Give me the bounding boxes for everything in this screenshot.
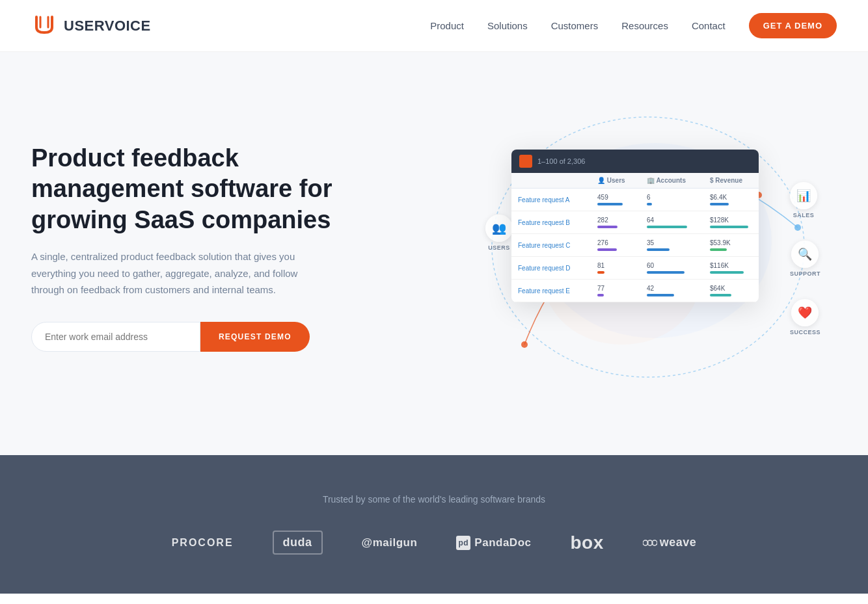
accounts-cell: 60 xyxy=(640,257,703,280)
users-label: USERS xyxy=(488,244,510,251)
users-icon-group: 👥 USERS xyxy=(485,215,513,251)
logo-text: USERVOICE xyxy=(64,18,151,34)
success-label: SUCCESS xyxy=(790,329,821,335)
nav-resources[interactable]: Resources xyxy=(621,20,668,31)
trusted-title: Trusted by some of the world's leading s… xyxy=(31,494,837,505)
feature-label: Feature request E xyxy=(511,280,591,302)
dash-count: 1–100 of 2,306 xyxy=(537,157,585,165)
table-row: Feature request C 276 35 $53.9K xyxy=(511,234,759,257)
revenue-cell: $6.4K xyxy=(703,189,759,211)
success-icon: ❤️ xyxy=(791,299,819,326)
users-cell: 81 xyxy=(591,257,640,280)
hero-subtitle: A single, centralized product feedback s… xyxy=(31,248,331,298)
sales-icon: 📊 xyxy=(790,182,817,209)
revenue-cell: $64K xyxy=(703,280,759,302)
dash-logo xyxy=(519,155,532,168)
table-row: Feature request B 282 64 $128K xyxy=(511,211,759,234)
success-icon-group: ❤️ SUCCESS xyxy=(790,299,821,335)
col-feature xyxy=(511,173,591,189)
weave-logo: weave xyxy=(643,536,697,549)
email-input[interactable] xyxy=(31,322,200,352)
nav-customers[interactable]: Customers xyxy=(551,20,599,31)
feature-label: Feature request A xyxy=(511,189,591,211)
sales-icon-group: 📊 SALES xyxy=(790,182,817,218)
accounts-cell: 64 xyxy=(640,211,703,234)
accounts-cell: 35 xyxy=(640,234,703,257)
col-revenue: $ Revenue xyxy=(703,173,759,189)
dash-header: 1–100 of 2,306 xyxy=(511,150,759,173)
users-cell: 459 xyxy=(591,189,640,211)
table-row: Feature request D 81 60 $116K xyxy=(511,257,759,280)
trusted-section: Trusted by some of the world's leading s… xyxy=(0,455,868,594)
mailgun-logo: @mailgun xyxy=(362,536,418,549)
sales-label: SALES xyxy=(793,212,815,218)
get-demo-button[interactable]: GET A DEMO xyxy=(749,13,837,38)
revenue-cell: $116K xyxy=(703,257,759,280)
users-cell: 282 xyxy=(591,211,640,234)
hero-illustration: 👥 USERS 📊 SALES 🔍 SUPPORT ❤️ SUCCESS 1–1… xyxy=(459,98,837,397)
pandadoc-icon: pd xyxy=(456,536,470,550)
svg-point-5 xyxy=(794,224,801,231)
navbar: USERVOICE Product Solutions Customers Re… xyxy=(0,0,868,52)
users-cell: 276 xyxy=(591,234,640,257)
feature-label: Feature request B xyxy=(511,211,591,234)
nav-links: Product Solutions Customers Resources Co… xyxy=(430,13,837,38)
users-cell: 77 xyxy=(591,280,640,302)
feature-label: Feature request C xyxy=(511,234,591,257)
duda-logo: duda xyxy=(273,531,323,555)
dashboard-card: 1–100 of 2,306 👤 Users 🏢 Accounts $ Reve… xyxy=(511,150,759,302)
accounts-cell: 42 xyxy=(640,280,703,302)
nav-solutions[interactable]: Solutions xyxy=(487,20,528,31)
hero-title: Product feedback management software for… xyxy=(31,143,370,236)
hero-left: Product feedback management software for… xyxy=(31,143,370,352)
pandadoc-logo: pd PandaDoc xyxy=(456,536,531,550)
nav-product[interactable]: Product xyxy=(430,20,464,31)
support-icon: 🔍 xyxy=(791,241,819,268)
feature-label: Feature request D xyxy=(511,257,591,280)
table-row: Feature request A 459 6 $6.4K xyxy=(511,189,759,211)
table-row: Feature request E 77 42 $64K xyxy=(511,280,759,302)
support-icon-group: 🔍 SUPPORT xyxy=(790,241,821,277)
users-icon: 👥 xyxy=(485,215,513,242)
dash-table: 👤 Users 🏢 Accounts $ Revenue Feature req… xyxy=(511,173,759,302)
weave-icon xyxy=(643,538,657,547)
col-users: 👤 Users xyxy=(591,173,640,189)
hero-form: REQUEST DEMO xyxy=(31,322,370,352)
revenue-cell: $128K xyxy=(703,211,759,234)
svg-point-6 xyxy=(521,341,528,348)
logo-icon xyxy=(31,13,57,39)
col-accounts: 🏢 Accounts xyxy=(640,173,703,189)
logo-link[interactable]: USERVOICE xyxy=(31,13,151,39)
request-demo-button[interactable]: REQUEST DEMO xyxy=(200,322,310,352)
accounts-cell: 6 xyxy=(640,189,703,211)
trusted-logos: PROCORE duda @mailgun pd PandaDoc box we… xyxy=(31,531,837,555)
support-label: SUPPORT xyxy=(790,270,821,277)
hero-section: Product feedback management software for… xyxy=(0,52,868,455)
box-logo: box xyxy=(570,532,603,553)
procore-logo: PROCORE xyxy=(172,537,234,549)
nav-contact[interactable]: Contact xyxy=(692,20,726,31)
revenue-cell: $53.9K xyxy=(703,234,759,257)
